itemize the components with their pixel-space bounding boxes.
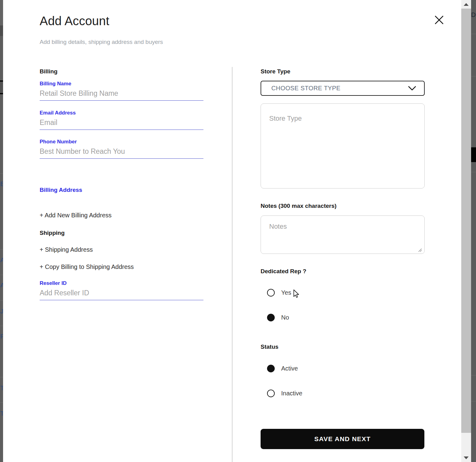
- copy-billing-to-shipping-link[interactable]: + Copy Billing to Shipping Address: [40, 263, 134, 270]
- bg-row-line: [0, 275, 3, 275]
- close-icon: [433, 14, 445, 26]
- reseller-id-label: Reseller ID: [40, 280, 67, 286]
- scrollbar-thumb[interactable]: [461, 9, 471, 433]
- vertical-scrollbar[interactable]: [461, 0, 471, 462]
- status-heading: Status: [261, 344, 278, 350]
- dedicated-rep-yes-radio[interactable]: Yes: [267, 289, 291, 297]
- bg-row-line: [471, 375, 476, 375]
- arrow-down-icon: [464, 456, 469, 459]
- scrollbar-up-button[interactable]: [461, 0, 471, 9]
- bg-black-band: [471, 147, 476, 162]
- dedicated-rep-heading: Dedicated Rep ?: [261, 268, 306, 275]
- bg-text-fragment: A: [0, 257, 3, 264]
- add-billing-address-link[interactable]: + Add New Billing Address: [40, 212, 112, 219]
- bg-text-fragment: B: [0, 181, 3, 188]
- email-label: Email Address: [40, 110, 76, 116]
- radio-label: Inactive: [281, 390, 302, 397]
- billing-name-label: Billing Name: [40, 81, 71, 87]
- billing-name-input[interactable]: [40, 89, 203, 101]
- bg-text-fragment: Te: [0, 410, 3, 417]
- arrow-up-icon: [464, 3, 469, 6]
- store-type-dropdown[interactable]: CHOOSE STORE TYPE: [261, 81, 425, 96]
- bg-text-fragment: Je: [0, 308, 3, 315]
- radio-unselected-icon: [267, 390, 275, 397]
- store-column: Store Type CHOOSE STORE TYPE Notes (300 …: [261, 0, 425, 462]
- store-type-dropdown-value: CHOOSE STORE TYPE: [271, 85, 408, 92]
- bg-band: [0, 82, 3, 93]
- shipping-section-heading: Shipping: [40, 230, 65, 236]
- radio-selected-icon: [267, 314, 275, 321]
- bg-band: [0, 93, 3, 94]
- bg-row-line: [0, 402, 3, 403]
- scrollbar-down-button[interactable]: [461, 453, 471, 462]
- bg-text-fragment: A: [0, 282, 3, 289]
- radio-label: No: [281, 314, 289, 321]
- billing-address-label: Billing Address: [40, 187, 82, 193]
- status-inactive-radio[interactable]: Inactive: [267, 390, 302, 397]
- background-right-strip: DR: [471, 0, 476, 462]
- bg-band: [0, 0, 3, 25]
- bg-row-line: [0, 326, 3, 326]
- bg-row-line: [0, 377, 3, 377]
- column-divider: [232, 67, 232, 462]
- bg-row-line: [0, 173, 3, 174]
- store-type-textarea[interactable]: [261, 103, 425, 188]
- add-account-modal: Add Account Add billing details, shippin…: [3, 0, 461, 462]
- bg-text-fragment: DR: [471, 11, 476, 18]
- resize-handle-icon[interactable]: [417, 247, 422, 252]
- bg-text-fragment: P: [0, 333, 3, 340]
- radio-unselected-icon: [267, 289, 275, 297]
- bg-row-line: [471, 76, 476, 76]
- notes-heading: Notes (300 max characters): [261, 203, 336, 209]
- bg-row-line: [0, 300, 3, 301]
- billing-section-heading: Billing: [40, 68, 57, 75]
- bg-row-line: [0, 249, 3, 250]
- dedicated-rep-no-radio[interactable]: No: [267, 314, 289, 321]
- reseller-id-input[interactable]: [40, 289, 203, 300]
- save-and-next-button[interactable]: SAVE AND NEXT: [261, 429, 424, 449]
- phone-input[interactable]: [40, 147, 203, 159]
- bg-row-line: [471, 34, 476, 34]
- billing-column: Billing Billing Name Email Address Phone…: [40, 0, 203, 462]
- radio-label: Yes: [281, 289, 291, 296]
- bg-row-line: [471, 401, 476, 402]
- chevron-down-icon: [408, 86, 416, 91]
- radio-label: Active: [281, 365, 298, 372]
- bg-band: [0, 36, 3, 80]
- status-active-radio[interactable]: Active: [267, 365, 298, 372]
- notes-textarea[interactable]: [261, 215, 425, 254]
- bg-row-line: [471, 172, 476, 172]
- email-field[interactable]: [40, 118, 203, 130]
- bg-band: [0, 25, 3, 36]
- radio-selected-icon: [267, 365, 275, 372]
- store-type-heading: Store Type: [261, 68, 290, 75]
- background-left-strip: B A A Je P TA Te: [0, 0, 3, 462]
- add-shipping-address-link[interactable]: + Shipping Address: [40, 246, 93, 253]
- bg-text-fragment: TA: [0, 385, 3, 392]
- phone-label: Phone Number: [40, 139, 77, 145]
- close-button[interactable]: [432, 13, 446, 27]
